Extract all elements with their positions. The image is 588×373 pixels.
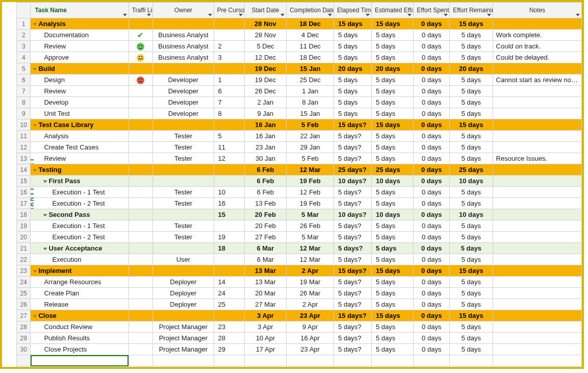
effort-spent-cell[interactable]: 0 days	[414, 74, 450, 86]
effort-spent-cell[interactable]: 0 days	[414, 97, 450, 108]
effort-spent-cell[interactable]: 0 days	[414, 18, 450, 30]
effort-spent-cell[interactable]: 0 days	[414, 63, 450, 74]
completion-date-cell[interactable]: 12 Mar	[287, 254, 334, 265]
start-date-cell[interactable]: 2 Jan	[244, 97, 286, 108]
elapsed-time-cell[interactable]: 25 days?	[334, 164, 372, 176]
notes-cell[interactable]: Cannot start as review not done.	[493, 74, 581, 86]
elapsed-time-cell[interactable]: 5 days?	[334, 131, 372, 142]
estimated-effort-cell[interactable]: 5 days	[371, 288, 413, 299]
effort-remaining-cell[interactable]: 5 days	[450, 220, 493, 232]
traffic-cell[interactable]	[129, 288, 153, 299]
traffic-cell[interactable]	[129, 209, 153, 220]
elapsed-time-cell[interactable]: 15 days?	[334, 265, 372, 277]
notes-cell[interactable]: Could be delayed.	[493, 52, 581, 63]
start-date-cell[interactable]: 13 Feb	[244, 198, 286, 209]
elapsed-time-cell[interactable]: 5 days?	[334, 321, 372, 333]
effort-remaining-cell[interactable]: 5 days	[450, 187, 493, 198]
effort-remaining-cell[interactable]: 5 days	[450, 86, 493, 97]
estimated-effort-cell[interactable]: 5 days	[371, 333, 413, 344]
effort-remaining-cell[interactable]: 5 days	[450, 52, 493, 63]
completion-date-cell[interactable]: 5 Feb	[287, 153, 334, 164]
completion-date-cell[interactable]: 12 Mar	[287, 243, 334, 254]
row-number[interactable]: 23	[17, 265, 31, 277]
task-cell[interactable]: Develop	[31, 97, 129, 108]
elapsed-time-cell[interactable]: 5 days?	[334, 232, 372, 243]
owner-cell[interactable]: Business Analyst	[153, 41, 214, 52]
completion-date-cell[interactable]: 26 Mar	[287, 288, 334, 299]
row-number[interactable]: 29	[17, 333, 31, 344]
row-number[interactable]: 11	[17, 131, 31, 142]
traffic-cell[interactable]	[129, 344, 153, 355]
estimated-effort-cell[interactable]: 10 days	[371, 176, 413, 187]
start-date-cell[interactable]: 6 Mar	[244, 254, 286, 265]
start-date-cell[interactable]: 26 Dec	[244, 86, 286, 97]
task-cell[interactable]: Execution	[31, 254, 129, 265]
elapsed-time-cell[interactable]: 15 days?	[334, 119, 372, 131]
traffic-cell[interactable]	[129, 86, 153, 97]
selected-cell[interactable]	[31, 355, 129, 366]
header-traffic[interactable]: Traffi Light	[129, 3, 153, 18]
notes-cell[interactable]	[493, 86, 581, 97]
completion-date-cell[interactable]: 12 Mar	[287, 164, 334, 176]
effort-spent-cell[interactable]: 0 days	[414, 333, 450, 344]
start-date-cell[interactable]: 27 Mar	[244, 299, 286, 310]
filter-arrow-icon[interactable]	[576, 14, 580, 16]
task-cell[interactable]: Execution - 1 Test	[31, 187, 129, 198]
table-row[interactable]: 25Create PlanDeployer2420 Mar26 Mar5 day…	[17, 288, 582, 299]
row-number[interactable]: 12	[17, 142, 31, 153]
elapsed-time-cell[interactable]: 5 days?	[334, 277, 372, 288]
collapse-icon[interactable]	[33, 169, 37, 171]
elapsed-time-cell[interactable]: 5 days?	[334, 254, 372, 265]
effort-remaining-cell[interactable]: 15 days	[450, 310, 493, 321]
start-date-cell[interactable]: 20 Feb	[244, 220, 286, 232]
collapse-icon[interactable]	[33, 23, 37, 26]
row-number[interactable]: 30	[17, 344, 31, 355]
owner-cell[interactable]	[153, 243, 214, 254]
completion-date-cell[interactable]: 8 Jan	[287, 97, 334, 108]
elapsed-time-cell[interactable]: 5 days	[334, 97, 372, 108]
effort-spent-cell[interactable]: 0 days	[414, 153, 450, 164]
completion-date-cell[interactable]: 22 Jan	[287, 131, 334, 142]
task-cell[interactable]: Review	[31, 41, 129, 52]
effort-spent-cell[interactable]: 0 days	[414, 209, 450, 220]
start-date-cell[interactable]: 20 Mar	[244, 288, 286, 299]
empty-cell[interactable]	[371, 355, 413, 366]
table-row[interactable]	[17, 355, 582, 366]
completion-date-cell[interactable]: 5 Mar	[287, 209, 334, 220]
traffic-cell[interactable]	[129, 265, 153, 277]
table-row[interactable]: 15First Pass6 Feb19 Feb10 days?10 days0 …	[17, 176, 582, 187]
completion-date-cell[interactable]: 26 Feb	[287, 220, 334, 232]
estimated-effort-cell[interactable]: 5 days	[371, 153, 413, 164]
task-cell[interactable]: Testing	[31, 164, 129, 176]
traffic-cell[interactable]	[129, 131, 153, 142]
effort-remaining-cell[interactable]: 5 days	[450, 288, 493, 299]
effort-remaining-cell[interactable]: 5 days	[450, 277, 493, 288]
start-date-cell[interactable]: 9 Jan	[244, 108, 286, 119]
estimated-effort-cell[interactable]: 5 days	[371, 131, 413, 142]
effort-spent-cell[interactable]: 0 days	[414, 142, 450, 153]
task-cell[interactable]: Approve	[31, 52, 129, 63]
empty-cell[interactable]	[334, 355, 372, 366]
estimated-effort-cell[interactable]: 5 days	[371, 41, 413, 52]
row-number[interactable]: 17	[17, 198, 31, 209]
effort-spent-cell[interactable]: 0 days	[414, 265, 450, 277]
effort-spent-cell[interactable]: 0 days	[414, 164, 450, 176]
effort-spent-cell[interactable]: 0 days	[414, 131, 450, 142]
traffic-cell[interactable]	[129, 74, 153, 86]
table-row[interactable]: 3ReviewBusiness Analyst25 Dec11 Dec5 day…	[17, 41, 582, 52]
owner-cell[interactable]: Project Manager	[153, 321, 214, 333]
pre-cursor-cell[interactable]: 15	[214, 209, 244, 220]
start-date-cell[interactable]: 6 Feb	[244, 176, 286, 187]
notes-cell[interactable]	[493, 254, 581, 265]
traffic-cell[interactable]	[129, 97, 153, 108]
collapse-icon[interactable]	[33, 270, 37, 272]
owner-cell[interactable]	[153, 164, 214, 176]
notes-cell[interactable]	[493, 187, 581, 198]
owner-cell[interactable]: Tester	[153, 198, 214, 209]
row-number[interactable]: 22	[17, 254, 31, 265]
owner-cell[interactable]	[153, 176, 214, 187]
row-number[interactable]: 9	[17, 108, 31, 119]
start-date-cell[interactable]: 23 Jan	[244, 142, 286, 153]
elapsed-time-cell[interactable]: 5 days	[334, 41, 372, 52]
start-date-cell[interactable]: 3 Apr	[244, 310, 286, 321]
